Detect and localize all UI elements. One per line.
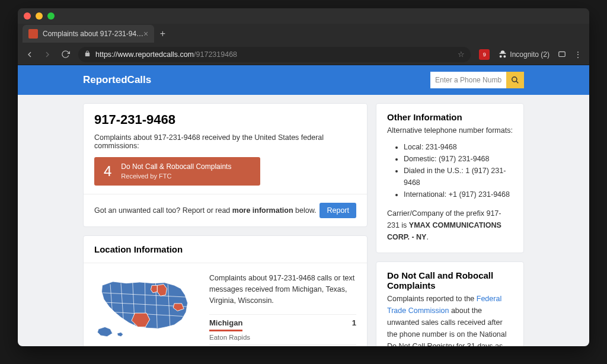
- url-path: /9172319468: [194, 50, 237, 59]
- maximize-window-icon[interactable]: [47, 12, 55, 20]
- tab-favicon: [28, 29, 38, 39]
- location-intro: Complaints about 917-231-9468 calls or t…: [209, 273, 356, 306]
- lock-icon: [84, 50, 91, 59]
- close-tab-icon[interactable]: ×: [143, 29, 148, 39]
- complaint-stat: 4 Do Not Call & Robocall Complaints Rece…: [94, 157, 260, 186]
- dnc-card: Do Not Call and Robocall Complaints Comp…: [376, 261, 524, 346]
- state-bar: [209, 330, 242, 331]
- minimize-window-icon[interactable]: [36, 12, 43, 20]
- forward-icon[interactable]: [43, 50, 52, 59]
- carrier-line: Carrier/Company of the prefix 917-231 is…: [387, 207, 513, 243]
- location-item: Michigan1Eaton Rapids: [209, 314, 356, 344]
- incognito-label: Incognito (2): [510, 50, 550, 59]
- right-column: Other Information Alternative telephone …: [376, 103, 524, 346]
- stat-count: 4: [94, 163, 121, 180]
- main-container: 917-231-9468 Complaints about 917-231-94…: [18, 95, 589, 346]
- search-form: [430, 72, 524, 88]
- search-button[interactable]: [506, 72, 524, 88]
- browser-window: Complaints about 917-231-94… × + https:/…: [18, 8, 589, 346]
- page-content: ReportedCalls 917-231-9468 Complaints ab…: [18, 65, 589, 346]
- browser-tab[interactable]: Complaints about 917-231-94… ×: [23, 25, 154, 43]
- phone-number-heading: 917-231-9468: [94, 112, 356, 127]
- url-domain: https://www.reportedcalls.com: [95, 50, 194, 59]
- new-tab-button[interactable]: +: [154, 28, 171, 39]
- site-brand[interactable]: ReportedCalls: [83, 74, 151, 86]
- state-name: Michigan: [209, 318, 242, 327]
- incognito-icon: [498, 50, 507, 59]
- back-icon[interactable]: [25, 50, 34, 59]
- dnc-body: Complaints reported to the Federal Trade…: [376, 290, 523, 346]
- other-info-card: Other Information Alternative telephone …: [376, 103, 524, 253]
- us-map: [94, 273, 201, 344]
- site-header: ReportedCalls: [18, 65, 589, 95]
- svg-point-1: [512, 77, 517, 82]
- report-prompt: Got an unwanted call too? Report or read…: [94, 206, 317, 215]
- left-column: 917-231-9468 Complaints about 917-231-94…: [83, 103, 368, 346]
- format-item: Dialed in the U.S.: 1 (917) 231-9468: [404, 165, 513, 189]
- location-card: Location Information: [83, 235, 368, 346]
- format-item: Domestic: (917) 231-9468: [404, 153, 513, 165]
- report-button[interactable]: Report: [320, 203, 356, 218]
- menu-dots-icon[interactable]: ⋮: [574, 50, 582, 59]
- search-icon: [511, 76, 519, 84]
- window-titlebar: [18, 8, 589, 24]
- url-input[interactable]: https://www.reportedcalls.com/9172319468…: [78, 47, 471, 62]
- stat-title: Do Not Call & Robocall Complaints: [121, 162, 231, 172]
- tab-title: Complaints about 917-231-94…: [43, 30, 143, 38]
- reload-icon[interactable]: [60, 50, 70, 59]
- other-info-heading: Other Information: [376, 104, 523, 122]
- extension-badge[interactable]: 9: [479, 49, 490, 60]
- location-list: Complaints about 917-231-9468 calls or t…: [209, 273, 356, 346]
- report-row: Got an unwanted call too? Report or read…: [84, 194, 367, 226]
- format-item: International: +1 (917) 231-9468: [404, 189, 513, 200]
- bookmark-star-icon[interactable]: ☆: [458, 50, 465, 59]
- search-input[interactable]: [430, 72, 506, 88]
- state-count: 1: [352, 318, 356, 327]
- format-item: Local: 231-9468: [404, 141, 513, 153]
- location-heading: Location Information: [84, 236, 367, 263]
- incognito-indicator[interactable]: Incognito (2): [498, 50, 550, 59]
- tab-strip: Complaints about 917-231-94… × +: [18, 24, 589, 44]
- address-bar: https://www.reportedcalls.com/9172319468…: [18, 44, 589, 65]
- phone-summary-card: 917-231-9468 Complaints about 917-231-94…: [83, 103, 368, 227]
- state-city: Eaton Rapids: [209, 334, 356, 341]
- formats-list: Local: 231-9468Domestic: (917) 231-9468D…: [387, 141, 513, 200]
- dnc-heading: Do Not Call and Robocall Complaints: [376, 262, 523, 290]
- svg-rect-0: [559, 52, 566, 56]
- location-item: Texas1: [209, 344, 356, 346]
- cast-icon[interactable]: [558, 50, 566, 59]
- stat-sub: Received by FTC: [121, 172, 231, 180]
- formats-label: Alternative telephone number formats:: [387, 124, 513, 136]
- close-window-icon[interactable]: [24, 12, 31, 20]
- complaints-subtitle: Complaints about 917-231-9468 received b…: [94, 133, 356, 150]
- svg-line-2: [516, 81, 519, 84]
